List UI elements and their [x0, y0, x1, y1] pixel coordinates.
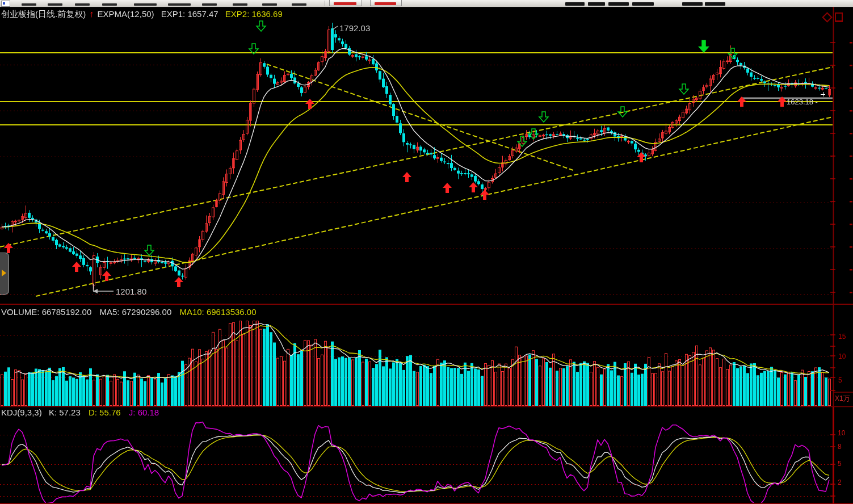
exp2-value: EXP2: 1636.69 [221, 9, 283, 19]
expand-arrow-icon [2, 270, 6, 276]
diamond-icon[interactable] [822, 12, 832, 22]
axis-label: 10 [838, 353, 846, 360]
sidebar-expander-tab[interactable] [0, 253, 9, 295]
axis-label: 5 [838, 377, 842, 384]
axis-label: 15 [838, 333, 846, 340]
exp1-value: EXP1: 1657.47 [157, 9, 218, 19]
chart-corner-controls [823, 12, 843, 22]
chart-canvas[interactable] [0, 0, 853, 504]
axis-label: 10 [838, 430, 845, 436]
volume-title-row: VOLUME: 66785192.00 MA5: 67290296.00 MA1… [1, 307, 257, 317]
window-icon[interactable] [835, 12, 843, 22]
symbol-title: 创业板指(日线.前复权) [1, 9, 86, 19]
last-price-label: 1623.18 - [787, 98, 818, 106]
volume-value: VOLUME: 66785192.00 [1, 307, 91, 317]
kdj-k-value: K: 57.23 [44, 408, 81, 417]
high-price-annotation: 1792.03 [339, 23, 370, 33]
axis-label: 2 [838, 479, 842, 486]
volume-ma10-value: MA10: 69613536.00 [174, 307, 256, 317]
axis-label: 5 [838, 460, 842, 467]
low-price-annotation: 1201.80 [116, 287, 146, 296]
kdj-indicator-name: KDJ(9,3,3) [1, 408, 42, 417]
volume-unit-label: X1万 [835, 394, 850, 404]
axis-label: 8 [838, 443, 842, 450]
volume-ma5-value: MA5: 67290296.00 [94, 307, 171, 317]
up-trend-icon: ↑ [88, 9, 95, 19]
kdj-title-row: KDJ(9,3,3) K: 57.23 D: 55.76 J: 60.18 [1, 408, 159, 417]
kdj-j-value: J: 60.18 [123, 408, 159, 417]
trading-app-window: 创业板指(日线.前复权) ↑ EXPMA(12,50) EXP1: 1657.4… [0, 0, 853, 504]
indicator-name: EXPMA(12,50) [98, 9, 154, 19]
kdj-d-value: D: 55.76 [83, 408, 121, 417]
main-chart-title-row: 创业板指(日线.前复权) ↑ EXPMA(12,50) EXP1: 1657.4… [1, 9, 283, 20]
